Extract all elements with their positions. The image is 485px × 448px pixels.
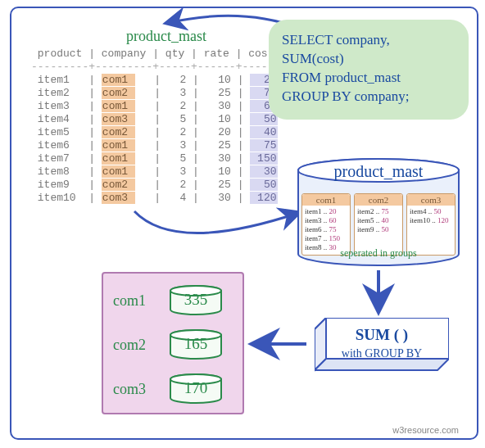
result-value-cylinder: 335 <box>169 285 223 316</box>
group-item: item3 .. 60 <box>305 216 347 225</box>
sum-operation-box: SUM ( ) with GROUP BY <box>315 318 449 370</box>
sum-box-title: SUM ( ) <box>315 326 449 344</box>
group-header: com1 <box>302 194 350 206</box>
group-header: com3 <box>407 194 455 206</box>
table-separator: ---------+---------+-----+------+------ <box>31 61 283 74</box>
result-row: com3170 <box>113 373 223 405</box>
grouped-cylinder-title: product_mast <box>297 162 460 181</box>
table-row: item7 | com1 | 5 | 30 | 150 <box>31 152 283 165</box>
result-value: 335 <box>169 291 223 309</box>
group-item: item2 .. 75 <box>357 207 400 216</box>
attribution-text: w3resource.com <box>392 425 459 435</box>
table-row: item8 | com1 | 3 | 10 | 30 <box>31 165 283 179</box>
result-value: 170 <box>169 379 223 397</box>
diagram-frame: product_mast product | company | qty | r… <box>10 7 478 440</box>
group-item: item7 .. 150 <box>305 234 347 243</box>
grouped-caption: seperated in groups <box>297 247 460 260</box>
result-company: com2 <box>113 337 157 354</box>
group-header: com2 <box>355 194 402 206</box>
table-row: item10 | com3 | 4 | 30 | 120 <box>31 192 283 205</box>
group-box: com3item4 .. 50item10 .. 120 <box>406 193 456 256</box>
svg-marker-6 <box>315 359 449 370</box>
sql-query-box: SELECT company, SUM(cost) FROM product_m… <box>269 20 469 120</box>
result-value-cylinder: 170 <box>169 373 223 405</box>
table-header: product | company | qty | rate | cost <box>31 48 283 61</box>
sql-line-2: SUM(cost) <box>282 50 456 69</box>
group-item: item10 .. 120 <box>410 216 452 225</box>
result-value-cylinder: 165 <box>169 329 223 360</box>
group-item: item4 .. 50 <box>410 207 452 216</box>
group-box: com1item1 .. 20item3 .. 60item6 .. 75ite… <box>301 193 351 256</box>
result-company: com3 <box>113 381 157 398</box>
result-company: com1 <box>113 292 157 310</box>
result-row: com1335 <box>113 285 223 316</box>
table-row: item5 | com2 | 2 | 20 | 40 <box>31 126 283 139</box>
table-row: item3 | com1 | 2 | 30 | 60 <box>31 100 283 113</box>
result-row: com2165 <box>113 329 223 360</box>
result-box: com1335com2165com3170 <box>102 272 244 414</box>
group-box: com2item2 .. 75item5 .. 40item9 .. 50 <box>354 193 403 256</box>
table-row: item6 | com1 | 3 | 25 | 75 <box>31 139 283 152</box>
source-table: product | company | qty | rate | cost --… <box>31 48 283 205</box>
sum-box-subtitle: with GROUP BY <box>315 347 449 360</box>
table-row: item4 | com3 | 5 | 10 | 50 <box>31 113 283 126</box>
table-row: item9 | com2 | 2 | 25 | 50 <box>31 179 283 192</box>
sql-line-4: GROUP BY company; <box>282 88 456 106</box>
table-row: item2 | com2 | 3 | 25 | 75 <box>31 87 283 100</box>
table-row: item1 | com1 | 2 | 10 | 20 <box>31 74 283 87</box>
group-item: item9 .. 50 <box>357 225 400 234</box>
group-item: item1 .. 20 <box>305 207 347 216</box>
sql-line-3: FROM product_mast <box>282 69 456 88</box>
group-item: item6 .. 75 <box>305 225 347 234</box>
source-table-title: product_mast <box>126 28 206 45</box>
group-item: item5 .. 40 <box>357 216 400 225</box>
sql-line-1: SELECT company, <box>282 31 456 50</box>
result-value: 165 <box>169 335 223 353</box>
